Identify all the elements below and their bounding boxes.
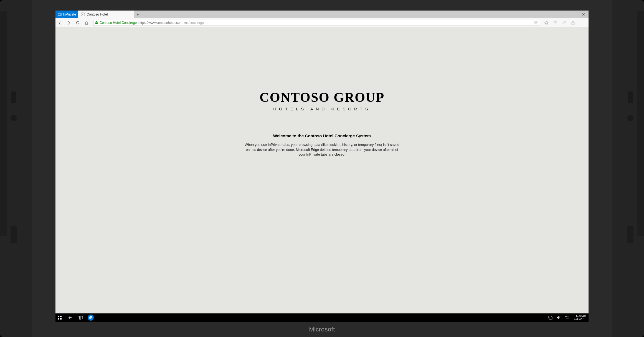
nav-bar: Contoso Hotel Concierge https://www.cont… [55, 18, 589, 27]
taskbar-back-button[interactable] [68, 315, 73, 320]
welcome-description: When you use InPrivate tabs, your browsi… [244, 143, 400, 157]
taskbar: 6:30 AM 7/30/2015 [55, 313, 589, 322]
brand-logo-main: CONTOSO GROUP [260, 90, 385, 105]
svg-rect-1 [59, 14, 59, 14]
window-close-button[interactable]: ✕ [579, 11, 589, 18]
screen: InPrivate c Contoso Hotel + ✕ [55, 11, 589, 322]
svg-rect-17 [60, 318, 62, 320]
task-view-button[interactable] [78, 316, 83, 320]
refresh-button[interactable] [75, 21, 80, 25]
home-button[interactable] [84, 21, 89, 25]
svg-rect-23 [565, 316, 570, 319]
clock-date: 7/30/2015 [574, 318, 587, 321]
start-button[interactable] [58, 316, 63, 320]
welcome-heading: Welcome to the Contoso Hotel Concierge S… [273, 133, 371, 138]
tab-strip: InPrivate c Contoso Hotel + ✕ [55, 11, 589, 18]
lock-icon [95, 21, 98, 24]
taskbar-clock[interactable]: 6:30 AM 7/30/2015 [574, 315, 587, 321]
tab-title: Contoso Hotel [87, 12, 108, 16]
web-note-button[interactable] [562, 21, 566, 25]
tab-overflow-button[interactable] [143, 13, 146, 16]
brand-logo-sub: HOTELS AND RESORTS [273, 107, 371, 111]
page-content: CONTOSO GROUP HOTELS AND RESORTS Welcome… [55, 27, 589, 313]
device-brand-label: Microsoft [309, 326, 335, 333]
stylus-holder-left [0, 11, 7, 236]
reading-list-button[interactable] [553, 21, 557, 25]
volume-icon[interactable] [556, 316, 561, 320]
connect-icon[interactable] [548, 316, 552, 320]
favorites-button[interactable] [544, 21, 549, 25]
svg-rect-29 [566, 318, 569, 318]
clock-time: 6:30 AM [576, 315, 586, 318]
share-button[interactable] [571, 21, 575, 25]
browser-tab[interactable]: c Contoso Hotel [78, 11, 134, 18]
svg-rect-22 [549, 317, 552, 319]
svg-rect-15 [60, 316, 62, 317]
inprivate-label: InPrivate [63, 12, 76, 16]
svg-rect-3 [95, 22, 98, 24]
svg-rect-27 [568, 316, 568, 317]
svg-rect-26 [567, 316, 567, 317]
svg-rect-16 [58, 318, 59, 320]
more-button[interactable]: ··· [580, 21, 585, 25]
svg-rect-20 [81, 316, 83, 319]
site-identity-label: Contoso Hotel Concierge [100, 21, 137, 25]
new-tab-button[interactable]: + [136, 12, 139, 17]
url-host: https://www.contosohotel.com [138, 21, 182, 25]
reading-view-button[interactable] [534, 21, 538, 25]
svg-rect-25 [566, 316, 567, 317]
svg-rect-0 [58, 13, 61, 16]
svg-rect-18 [78, 316, 79, 319]
inprivate-icon [58, 12, 62, 16]
svg-rect-28 [569, 316, 569, 317]
keyboard-icon[interactable] [565, 316, 570, 319]
inprivate-badge: InPrivate [55, 11, 78, 18]
svg-rect-2 [60, 14, 61, 14]
taskbar-app-edge[interactable] [88, 315, 94, 321]
svg-rect-14 [58, 316, 59, 317]
address-bar[interactable]: Contoso Hotel Concierge https://www.cont… [93, 20, 540, 26]
url-path: /us/concierge [184, 21, 204, 25]
favicon-icon: c [81, 12, 85, 16]
svg-rect-24 [565, 316, 566, 317]
stylus-holder-right [637, 11, 644, 236]
back-button[interactable] [58, 21, 63, 25]
svg-rect-19 [80, 316, 81, 320]
forward-button[interactable] [67, 21, 72, 25]
device-bezel: InPrivate c Contoso Hotel + ✕ [0, 0, 644, 337]
